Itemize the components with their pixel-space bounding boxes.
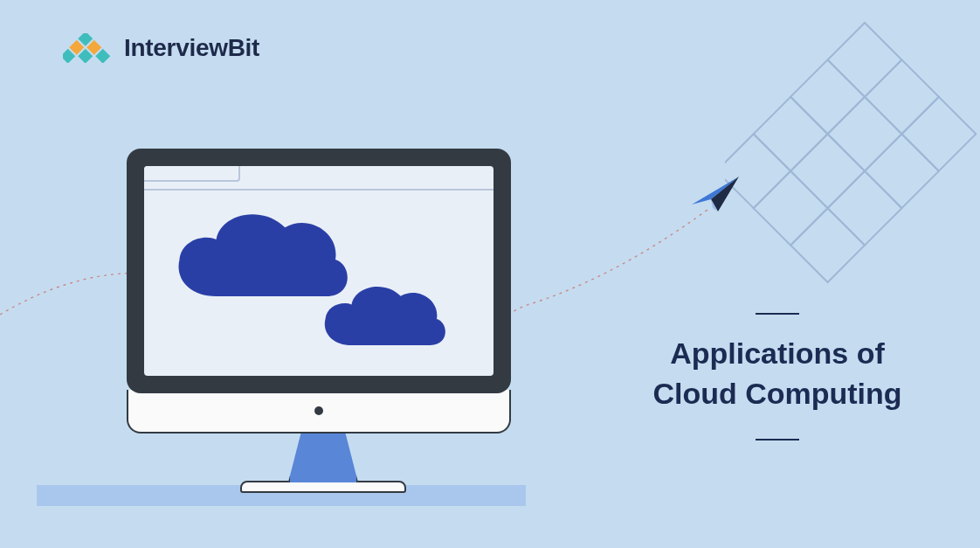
monitor-screen [144, 166, 493, 376]
monitor-chin [127, 390, 511, 434]
paper-plane-icon [692, 177, 739, 212]
brand-name: InterviewBit [124, 34, 259, 62]
decorative-diamond-grid [725, 5, 980, 285]
title-line-1: Applications of [611, 334, 943, 374]
folder-outline [144, 166, 493, 191]
monitor-power-dot [314, 406, 323, 415]
monitor-illustration [127, 149, 520, 516]
title-rule-bottom [756, 439, 799, 440]
monitor-stand [288, 434, 358, 482]
svg-rect-10 [828, 97, 902, 171]
svg-rect-7 [865, 59, 939, 134]
monitor-bezel [127, 149, 511, 393]
svg-rect-11 [865, 134, 939, 208]
cloud-icon-small [319, 280, 450, 352]
page-title: Applications of Cloud Computing [611, 334, 943, 414]
page-title-block: Applications of Cloud Computing [611, 313, 943, 440]
brand-logo: InterviewBit [63, 33, 259, 63]
svg-rect-6 [828, 23, 902, 97]
svg-rect-12 [754, 97, 828, 171]
title-line-2: Cloud Computing [611, 374, 943, 414]
svg-rect-8 [901, 97, 976, 171]
svg-rect-16 [754, 171, 828, 246]
svg-rect-13 [790, 134, 865, 208]
svg-rect-17 [790, 208, 865, 282]
interviewbit-logo-icon [63, 33, 115, 63]
monitor-base [240, 481, 406, 493]
svg-rect-14 [828, 171, 902, 246]
title-rule-top [756, 313, 799, 315]
svg-rect-9 [790, 59, 865, 134]
